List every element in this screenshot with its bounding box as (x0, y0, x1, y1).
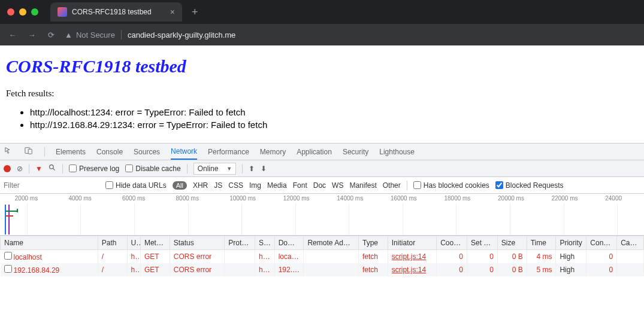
reload-button[interactable]: ⟳ (46, 31, 56, 39)
forward-button[interactable]: → (26, 31, 37, 39)
hide-data-urls-checkbox[interactable]: Hide data URLs (105, 181, 167, 190)
upload-har-icon[interactable]: ⬆ (249, 164, 255, 173)
initiator-link[interactable]: script.js:14 (392, 252, 426, 261)
timeline-tick: 16000 ms (391, 195, 417, 202)
device-toggle-icon[interactable] (24, 147, 34, 157)
devtools-tab-performance[interactable]: Performance (208, 144, 249, 160)
download-har-icon[interactable]: ⬇ (261, 164, 267, 173)
filter-type-xhr[interactable]: XHR (193, 181, 208, 190)
filter-type-manifest[interactable]: Manifest (349, 181, 376, 190)
network-filterbar: Hide data URLs All XHRJSCSSImgMediaFontD… (0, 177, 644, 194)
column-header[interactable]: U… (127, 236, 140, 250)
devtools-tab-sources[interactable]: Sources (134, 144, 160, 160)
not-secure-icon: ▲ (65, 31, 72, 39)
disable-cache-label: Disable cache (135, 164, 180, 173)
filter-type-js[interactable]: JS (214, 181, 222, 190)
cell-initiator: script.js:14 (388, 250, 436, 264)
disable-cache-checkbox[interactable]: Disable cache (125, 164, 180, 173)
filter-type-other[interactable]: Other (383, 181, 401, 190)
has-blocked-cookies-checkbox[interactable]: Has blocked cookies (413, 181, 489, 190)
clear-button[interactable]: ⊘ (17, 164, 23, 173)
column-header[interactable]: Type (358, 236, 388, 250)
address-bar[interactable]: ▲ Not Secure candied-sparkly-guilty.glit… (65, 30, 235, 39)
throttling-select[interactable]: Online ▼ (193, 163, 237, 175)
browser-tab[interactable]: CORS-RFC1918 testbed × (50, 2, 182, 22)
column-header[interactable]: Name (1, 236, 98, 250)
separator (242, 164, 243, 173)
blocked-requests-checkbox[interactable]: Blocked Requests (495, 181, 564, 190)
record-button[interactable] (4, 165, 11, 172)
column-header[interactable]: Time (527, 236, 556, 250)
devtools-tab-lighthouse[interactable]: Lighthouse (379, 144, 415, 160)
table-row[interactable]: 192.168.84.29/h…GETCORS errorhttp192.…fe… (1, 263, 644, 276)
cell-priority: High (556, 250, 586, 264)
divider (121, 30, 122, 39)
initiator-link[interactable]: script.js:14 (392, 266, 426, 274)
window-close-button[interactable] (7, 8, 14, 16)
new-tab-button[interactable]: + (187, 4, 203, 21)
column-header[interactable]: Path (98, 236, 127, 250)
cell-name: 192.168.84.29 (1, 263, 98, 276)
column-header[interactable]: Sc… (255, 236, 275, 250)
column-header[interactable]: Remote Ad… (304, 236, 359, 250)
column-header[interactable]: Proto… (225, 236, 255, 250)
tab-favicon (58, 7, 67, 17)
column-header[interactable]: Set C… (467, 236, 497, 250)
devtools-panel: ElementsConsoleSourcesNetworkPerformance… (0, 143, 644, 326)
column-header[interactable]: Conn… (586, 236, 617, 250)
devtools-tab-console[interactable]: Console (96, 144, 123, 160)
inspect-icon[interactable] (4, 147, 13, 157)
preserve-log-label: Preserve log (79, 164, 119, 173)
timeline-tick: 8000 ms (176, 195, 199, 202)
hide-data-urls-label: Hide data URLs (116, 181, 167, 190)
cell-domain: local… (274, 250, 304, 264)
row-checkbox[interactable] (4, 252, 12, 260)
cell-protocol (225, 250, 255, 264)
search-icon[interactable] (49, 164, 56, 173)
filter-type-img[interactable]: Img (249, 181, 261, 190)
cell-type: fetch (358, 263, 388, 276)
filter-icon[interactable]: ▼ (35, 164, 43, 173)
devtools-tab-application[interactable]: Application (297, 144, 332, 160)
cell-method: GET (140, 263, 170, 276)
preserve-log-checkbox[interactable]: Preserve log (69, 164, 119, 173)
column-header[interactable]: Cook… (437, 236, 467, 250)
cell-time: 4 ms (527, 250, 556, 264)
devtools-tab-elements[interactable]: Elements (56, 144, 86, 160)
result-item: http://localhost:1234: error = TypeError… (30, 107, 638, 117)
filter-type-ws[interactable]: WS (332, 181, 343, 190)
window-maximize-button[interactable] (31, 8, 38, 16)
cell-path: / (98, 263, 127, 276)
close-icon[interactable]: × (170, 7, 175, 17)
table-header-row[interactable]: NamePathU…Meth…StatusProto…Sc…Dom…Remote… (1, 236, 644, 250)
back-button[interactable]: ← (7, 31, 18, 39)
devtools-tab-security[interactable]: Security (343, 144, 368, 160)
column-header[interactable]: Size (497, 236, 527, 250)
svg-rect-1 (28, 149, 32, 154)
cell-cookies: 0 (437, 250, 467, 264)
table-row[interactable]: localhost/h…GETCORS errorhttplocal…fetch… (1, 250, 644, 264)
column-header[interactable]: Initiator (388, 236, 436, 250)
cell-setcookies: 0 (467, 250, 497, 264)
column-header[interactable]: Priority (556, 236, 586, 250)
column-header[interactable]: Status (170, 236, 225, 250)
window-minimize-button[interactable] (19, 8, 26, 16)
filter-input[interactable] (4, 181, 99, 190)
separator (407, 181, 407, 190)
column-header[interactable]: Meth… (140, 236, 170, 250)
devtools-tab-network[interactable]: Network (171, 144, 197, 160)
row-checkbox[interactable] (4, 265, 12, 273)
filter-type-media[interactable]: Media (267, 181, 287, 190)
cell-cache (617, 263, 644, 276)
url-text: candied-sparkly-guilty.glitch.me (128, 31, 235, 39)
column-header[interactable]: Dom… (274, 236, 304, 250)
devtools-tab-memory[interactable]: Memory (260, 144, 286, 160)
filter-all-pill[interactable]: All (173, 181, 187, 190)
column-header[interactable]: Cac… (617, 236, 644, 250)
request-name: 192.168.84.29 (14, 266, 60, 275)
filter-type-font[interactable]: Font (293, 181, 307, 190)
filter-type-css[interactable]: CSS (228, 181, 243, 190)
cell-priority: High (556, 263, 586, 276)
network-timeline[interactable]: 2000 ms4000 ms6000 ms8000 ms10000 ms1200… (0, 194, 644, 236)
filter-type-doc[interactable]: Doc (313, 181, 326, 190)
